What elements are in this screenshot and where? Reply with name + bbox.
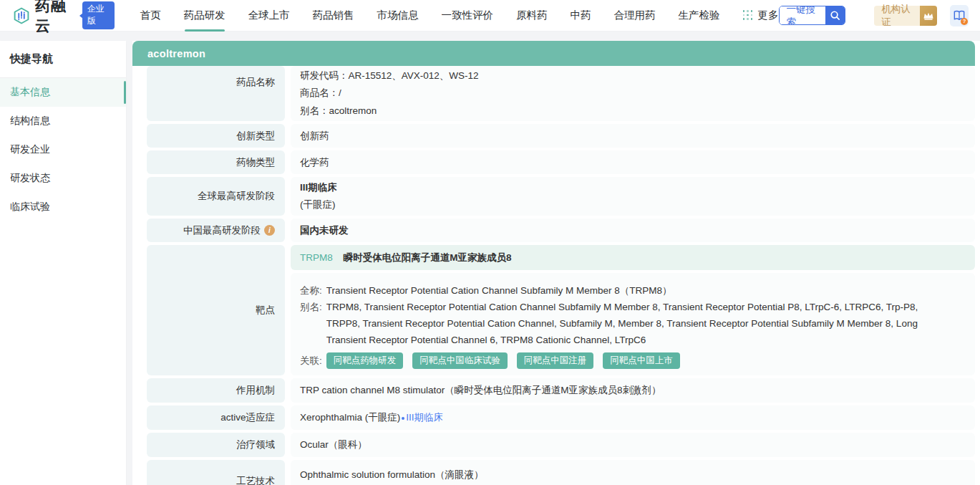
row-label: 作用机制 <box>147 378 285 403</box>
same-target-cn-launch-button[interactable]: 同靶点中国上市 <box>603 352 680 369</box>
row-innovation-type: 创新类型 创新药 <box>147 124 975 148</box>
target-fullname-key: 全称: <box>300 282 322 299</box>
nav-item-drug-rd[interactable]: 药品研发 <box>184 0 225 32</box>
dev-code-key: 研发代码： <box>300 67 349 85</box>
row-target: 靶点 TRPM8 瞬时受体电位阳离子通道M亚家族成员8 全称:Transient… <box>147 245 975 375</box>
sidebar-title: 快捷导航 <box>0 47 126 77</box>
top-navbar: 药融云 企业版 首页 药品研发 全球上市 药品销售 市场信息 一致性评价 原料药… <box>0 0 980 32</box>
row-label: 靶点 <box>147 245 285 375</box>
same-target-cn-trials-button[interactable]: 同靶点中国临床试验 <box>412 352 508 369</box>
same-target-cn-registration-button[interactable]: 同靶点中国注册 <box>517 352 594 369</box>
logo-text: 药融云 <box>35 0 76 36</box>
sidebar-item-rd-companies[interactable]: 研发企业 <box>0 135 126 164</box>
org-certification-badge[interactable]: 机构认证 <box>874 6 937 26</box>
nav-more-label: 更多 <box>758 9 779 22</box>
enterprise-badge: 企业版 <box>82 1 115 29</box>
sidebar-item-basic-info[interactable]: 基本信息 <box>0 78 126 107</box>
dot-icon <box>402 417 404 420</box>
indication-text: Xerophthalmia (干眼症) <box>300 411 400 424</box>
row-value: 创新药 <box>291 124 975 148</box>
target-symbol-link[interactable]: TRPM8 <box>300 252 333 263</box>
row-mechanism: 作用机制 TRP cation channel M8 stimulator（瞬时… <box>147 378 975 403</box>
target-alias-value: TRPM8, Transient Receptor Potential Cati… <box>326 299 954 348</box>
row-value: 国内未研发 <box>291 219 975 242</box>
search-icon <box>825 6 845 24</box>
row-label: 中国最高研发阶段 i <box>147 219 285 242</box>
row-china-highest-stage: 中国最高研发阶段 i 国内未研发 <box>147 219 975 242</box>
drug-title-bar: acoltremon <box>132 41 975 66</box>
question-badge-icon: ? <box>961 18 968 25</box>
same-target-rd-button[interactable]: 同靶点药物研发 <box>326 352 404 369</box>
row-label: active适应症 <box>147 405 285 430</box>
alias-value: acoltremon <box>329 102 377 120</box>
target-alias-key: 别名: <box>300 299 322 348</box>
row-process-tech: 工艺技术 Ophthalmic solution formulation（滴眼液… <box>147 460 975 485</box>
global-stage-value: III期临床 <box>300 179 337 197</box>
quick-search-label: 一键搜索 <box>780 6 825 24</box>
row-value: TRP cation channel M8 stimulator（瞬时受体电位阳… <box>291 378 975 403</box>
trade-name-key: 商品名： <box>300 85 339 102</box>
dev-code-value: AR-15512、AVX-012、WS-12 <box>349 67 479 85</box>
trade-name-value: / <box>339 85 341 102</box>
row-value: III期临床 (干眼症) <box>291 177 975 216</box>
nav-item-home[interactable]: 首页 <box>140 0 161 32</box>
row-global-highest-stage: 全球最高研发阶段 III期临床 (干眼症) <box>147 177 975 216</box>
row-label: 工艺技术 <box>147 460 285 485</box>
sidebar-item-structure-info[interactable]: 结构信息 <box>0 107 126 135</box>
row-value: Xerophthalmia (干眼症) III期临床 <box>291 405 975 430</box>
row-value: Ocular（眼科） <box>291 433 975 457</box>
target-fullname-value: Transient Receptor Potential Cation Chan… <box>326 282 672 299</box>
org-certification-label: 机构认证 <box>874 3 919 29</box>
row-drug-name: 药品名称 研发代码：AR-15512、AVX-012、WS-12 商品名：/ 别… <box>147 66 975 121</box>
nav-item-market-info[interactable]: 市场信息 <box>377 0 419 32</box>
row-label: 药品名称 <box>147 66 285 121</box>
nav-item-global-launch[interactable]: 全球上市 <box>248 0 290 32</box>
row-label: 创新类型 <box>147 124 285 148</box>
navbar-right: 一键搜索 机构认证 ? <box>779 5 969 27</box>
row-label: 全球最高研发阶段 <box>147 177 285 216</box>
china-stage-label: 中国最高研发阶段 <box>183 224 261 237</box>
row-value: Ophthalmic solution formulation（滴眼液） <box>291 460 975 485</box>
nav-item-tcm[interactable]: 中药 <box>571 0 591 32</box>
sidebar-item-rd-status[interactable]: 研发状态 <box>0 164 126 193</box>
target-detail-block: 全称:Transient Receptor Potential Cation C… <box>291 273 975 375</box>
row-therapy-area: 治疗领域 Ocular（眼科） <box>147 433 975 457</box>
row-value: 化学药 <box>291 150 975 174</box>
help-guide-button[interactable]: ? <box>950 5 969 27</box>
row-active-indication: active适应症 Xerophthalmia (干眼症) III期临床 <box>147 405 975 430</box>
row-label: 药物类型 <box>147 150 285 174</box>
row-label: 治疗领域 <box>147 433 285 457</box>
detail-table: 药品名称 研发代码：AR-15512、AVX-012、WS-12 商品名：/ 别… <box>132 66 975 485</box>
page-body: 快捷导航 基本信息 结构信息 研发企业 研发状态 临床试验 acoltremon… <box>0 32 980 485</box>
row-value: 研发代码：AR-15512、AVX-012、WS-12 商品名：/ 别名：aco… <box>291 66 975 121</box>
nav-item-drug-sales[interactable]: 药品销售 <box>313 0 354 32</box>
target-cn-name: 瞬时受体电位阳离子通道M亚家族成员8 <box>344 251 512 264</box>
target-relation-key: 关联: <box>300 352 322 369</box>
indication-stage-link[interactable]: III期临床 <box>402 411 443 424</box>
nav-item-rational-use[interactable]: 合理用药 <box>614 0 656 32</box>
crown-icon <box>920 6 938 26</box>
nav-item-production-test[interactable]: 生产检验 <box>679 0 720 32</box>
quick-nav-sidebar: 快捷导航 基本信息 结构信息 研发企业 研发状态 临床试验 <box>0 41 126 485</box>
logo[interactable]: 药融云 企业版 <box>13 0 115 36</box>
quick-search-button[interactable]: 一键搜索 <box>779 6 846 25</box>
row-drug-type: 药物类型 化学药 <box>147 150 975 174</box>
apps-grid-icon <box>743 10 754 21</box>
nav-item-api[interactable]: 原料药 <box>516 0 548 32</box>
main-nav: 首页 药品研发 全球上市 药品销售 市场信息 一致性评价 原料药 中药 合理用药… <box>140 0 779 32</box>
sidebar-item-clinical-trials[interactable]: 临床试验 <box>0 193 126 221</box>
target-header-bar: TRPM8 瞬时受体电位阳离子通道M亚家族成员8 <box>291 245 975 270</box>
main-content: acoltremon 药品名称 研发代码：AR-15512、AVX-012、WS… <box>132 41 980 485</box>
nav-item-consistency-eval[interactable]: 一致性评价 <box>442 0 494 32</box>
alias-key: 别名： <box>300 102 329 120</box>
info-icon[interactable]: i <box>264 225 275 236</box>
nav-item-more[interactable]: 更多 <box>743 0 779 32</box>
target-value: TRPM8 瞬时受体电位阳离子通道M亚家族成员8 全称:Transient Re… <box>291 245 975 375</box>
logo-hexagon-icon <box>13 6 30 26</box>
global-stage-indication: (干眼症) <box>300 196 336 214</box>
